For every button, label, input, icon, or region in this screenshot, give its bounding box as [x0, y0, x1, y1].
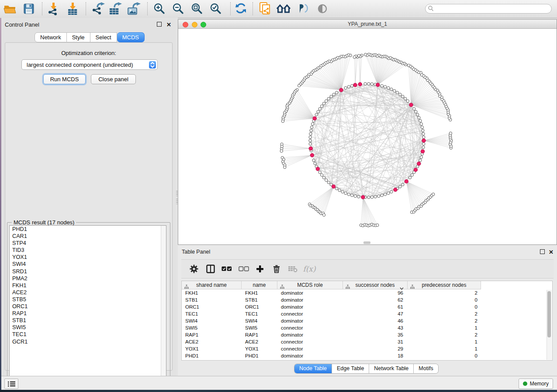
- tab-style[interactable]: Style: [67, 32, 90, 42]
- network-node[interactable]: [344, 192, 347, 194]
- open-file-icon[interactable]: [3, 2, 17, 15]
- home-networks-icon[interactable]: [277, 2, 291, 15]
- network-node[interactable]: [381, 194, 383, 196]
- network-node[interactable]: [367, 83, 370, 85]
- network-node[interactable]: [309, 143, 311, 145]
- network-node[interactable]: [422, 129, 424, 132]
- column-header-shared-name[interactable]: shared name: [182, 281, 242, 289]
- network-node[interactable]: [309, 132, 312, 135]
- cell-name[interactable]: SWI4: [242, 317, 277, 324]
- close-panel-icon[interactable]: ✕: [166, 23, 171, 27]
- scrollbar-track[interactable]: [547, 290, 552, 360]
- cell-predecessor-nodes[interactable]: 0: [408, 352, 481, 359]
- cell-name[interactable]: PHD1: [242, 352, 277, 359]
- cell-predecessor-nodes[interactable]: 0: [408, 303, 481, 310]
- network-node[interactable]: [407, 64, 410, 67]
- mcds-hub-node[interactable]: [358, 83, 362, 86]
- network-node[interactable]: [280, 150, 283, 152]
- network-node[interactable]: [322, 102, 325, 105]
- window-zoom-icon[interactable]: [201, 22, 206, 28]
- network-node[interactable]: [335, 187, 338, 190]
- cell-MCDS-role[interactable]: dominator: [277, 296, 343, 303]
- mcds-result-item[interactable]: TID3: [10, 247, 166, 254]
- network-node[interactable]: [357, 55, 360, 57]
- close-panel-button[interactable]: Close panel: [91, 74, 136, 84]
- network-node[interactable]: [344, 86, 347, 89]
- network-node[interactable]: [367, 196, 370, 199]
- cell-shared-name[interactable]: SWI5: [182, 324, 242, 331]
- mcds-hub-node[interactable]: [310, 153, 314, 157]
- delete-table-icon[interactable]: [285, 262, 300, 275]
- tab-motifs[interactable]: Motifs: [413, 364, 438, 373]
- hide-eye-icon[interactable]: [315, 2, 330, 15]
- mcds-hub-node[interactable]: [405, 179, 408, 183]
- network-node[interactable]: [311, 123, 314, 125]
- network-node[interactable]: [315, 113, 318, 116]
- cell-MCDS-role[interactable]: connector: [277, 338, 343, 345]
- cell-name[interactable]: RAP1: [242, 331, 277, 338]
- cell-name[interactable]: STB1: [242, 296, 277, 303]
- cell-predecessor-nodes[interactable]: 2: [408, 331, 481, 338]
- mcds-hub-node[interactable]: [376, 83, 380, 87]
- network-node[interactable]: [421, 126, 423, 128]
- cell-predecessor-nodes[interactable]: 2: [408, 289, 481, 296]
- mcds-result-item[interactable]: PMA2: [10, 275, 166, 282]
- splitter-grip[interactable]: [176, 199, 178, 204]
- network-node[interactable]: [401, 95, 404, 98]
- cell-MCDS-role[interactable]: connector: [277, 310, 343, 317]
- mcds-hub-node[interactable]: [422, 139, 426, 143]
- network-node[interactable]: [322, 213, 325, 216]
- zoom-out-icon[interactable]: [171, 2, 186, 15]
- network-node[interactable]: [416, 113, 419, 116]
- network-canvas[interactable]: [178, 29, 557, 244]
- mcds-hub-node[interactable]: [332, 185, 336, 189]
- network-node[interactable]: [309, 136, 311, 138]
- network-node[interactable]: [393, 89, 396, 92]
- splitter-grip[interactable]: [176, 191, 178, 196]
- scrollbar-track[interactable]: [161, 226, 166, 380]
- network-node[interactable]: [347, 86, 350, 88]
- refresh-layout-icon[interactable]: [234, 2, 249, 15]
- mcds-hub-node[interactable]: [313, 117, 317, 120]
- window-minimize-icon[interactable]: [192, 22, 197, 28]
- column-header-name[interactable]: name: [242, 281, 277, 289]
- tab-select[interactable]: Select: [90, 32, 117, 42]
- tab-edge-table[interactable]: Edge Table: [332, 364, 369, 373]
- network-node[interactable]: [325, 100, 328, 102]
- network-node[interactable]: [376, 224, 379, 227]
- network-node[interactable]: [327, 97, 330, 100]
- network-node[interactable]: [327, 181, 330, 184]
- tab-network-table[interactable]: Network Table: [369, 364, 413, 373]
- network-node[interactable]: [422, 143, 425, 145]
- mcds-hub-node[interactable]: [339, 88, 343, 92]
- cell-successor-nodes[interactable]: 47: [343, 310, 408, 317]
- mcds-hub-node[interactable]: [309, 147, 313, 151]
- mcds-result-item[interactable]: STP4: [10, 240, 166, 247]
- cell-successor-nodes[interactable]: 43: [343, 324, 408, 331]
- cell-MCDS-role[interactable]: connector: [277, 324, 343, 331]
- mcds-result-item[interactable]: ACE2: [10, 289, 166, 296]
- mcds-result-item[interactable]: PHD1: [10, 226, 166, 233]
- add-column-icon[interactable]: [253, 262, 267, 275]
- mcds-hub-node[interactable]: [394, 188, 398, 192]
- mcds-result-item[interactable]: TEC1: [10, 331, 166, 338]
- network-node[interactable]: [377, 195, 380, 197]
- console-button[interactable]: [4, 378, 18, 389]
- cell-MCDS-role[interactable]: dominator: [277, 289, 343, 296]
- mcds-result-item[interactable]: STB5: [10, 296, 166, 303]
- network-scrollbar-thumb[interactable]: [363, 241, 370, 244]
- network-node[interactable]: [318, 107, 321, 110]
- network-node[interactable]: [317, 110, 319, 113]
- network-node[interactable]: [420, 156, 422, 158]
- mcds-result-item[interactable]: ORC1: [10, 303, 166, 310]
- cell-shared-name[interactable]: SWI4: [182, 317, 242, 324]
- select-all-checkboxes-icon[interactable]: [219, 262, 234, 275]
- network-node[interactable]: [406, 100, 409, 102]
- cell-predecessor-nodes[interactable]: 1: [408, 338, 481, 345]
- cell-MCDS-role[interactable]: dominator: [277, 331, 343, 338]
- network-node[interactable]: [419, 159, 422, 162]
- network-node[interactable]: [357, 195, 360, 198]
- tab-mcds[interactable]: MCDS: [117, 32, 145, 42]
- network-node[interactable]: [422, 146, 425, 148]
- cell-shared-name[interactable]: TEC1: [182, 310, 242, 317]
